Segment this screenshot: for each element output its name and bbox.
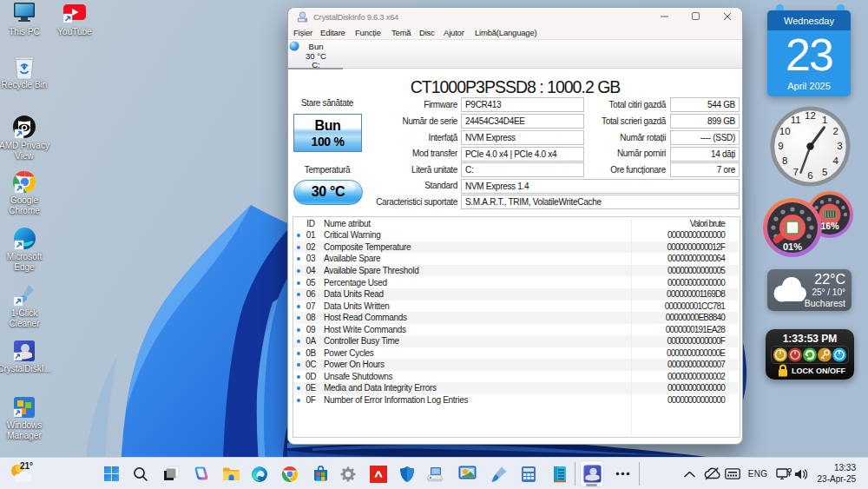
svg-text:7: 7 [793,167,799,177]
svg-text:16%: 16% [820,221,839,231]
svg-text:2: 2 [833,126,838,136]
svg-text:8: 8 [782,155,787,166]
svg-text:4: 4 [833,155,839,166]
svg-text:10: 10 [779,126,791,136]
svg-text:11: 11 [791,115,801,125]
svg-text:1: 1 [822,115,827,125]
svg-text:5: 5 [822,167,827,177]
svg-text:21°: 21° [20,461,33,471]
svg-text:3: 3 [837,141,842,151]
svg-text:6: 6 [807,170,812,181]
svg-text:01%: 01% [783,241,802,252]
svg-text:12: 12 [805,110,816,121]
svg-text:9: 9 [778,141,783,151]
